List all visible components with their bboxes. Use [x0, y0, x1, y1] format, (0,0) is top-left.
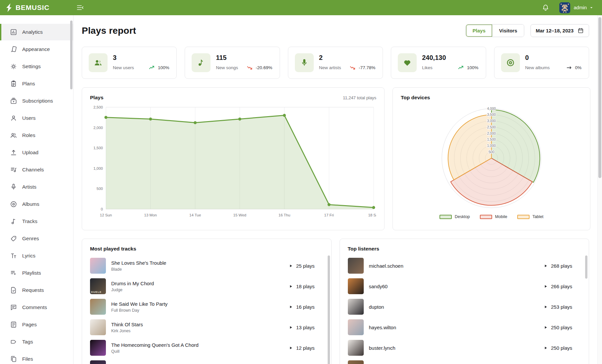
track-row[interactable]: She Loves She's Trouble Blade 25 plays [90, 258, 323, 274]
sidebar-item-genres[interactable]: Genres [0, 230, 73, 247]
sidebar-item-artists[interactable]: Artists [0, 179, 73, 195]
play-icon[interactable] [543, 305, 548, 309]
listener-row[interactable]: hayes.wilton 250 plays [348, 319, 581, 335]
brand[interactable]: BEMUSIC [0, 3, 72, 12]
svg-text:1,500: 1,500 [93, 146, 103, 150]
track-row[interactable]: DUELE Drums in My Chord Judge 18 plays [90, 278, 323, 294]
sidebar-item-roles[interactable]: Roles [0, 127, 73, 144]
legend-swatch [440, 215, 452, 219]
artists-icon [10, 183, 17, 191]
sidebar-item-label: Artists [22, 184, 36, 190]
listeners-scrollbar-thumb[interactable] [585, 255, 587, 279]
sidebar-item-label: Upload [22, 150, 38, 156]
sidebar-item-files[interactable]: Files [0, 351, 73, 364]
date-range-button[interactable]: Mar 12–18, 2023 [531, 24, 589, 37]
listener-avatar [348, 278, 364, 294]
album-art [90, 299, 106, 315]
trend-down-icon [247, 64, 254, 71]
avatar[interactable] [559, 2, 570, 13]
play-icon[interactable] [289, 305, 293, 309]
sidebar-item-settings[interactable]: Settings [0, 58, 73, 75]
bell-icon[interactable] [542, 4, 549, 12]
play-icon[interactable] [543, 346, 548, 350]
topbar: BEMUSIC admin [0, 0, 602, 15]
listener-plays: 250 plays [551, 325, 572, 330]
play-icon[interactable] [543, 325, 548, 330]
track-artist: Judge [111, 288, 154, 292]
track-row[interactable]: The Homecoming Queen's Got A Chord Quill… [90, 340, 323, 356]
tracks-scrollbar-thumb[interactable] [328, 255, 330, 364]
listener-row[interactable]: michael.schoen 268 plays [348, 258, 581, 274]
devices-card-header: Top devices [401, 95, 582, 101]
listener-row[interactable]: buster.lynch 250 plays [348, 340, 581, 356]
listener-avatar [348, 360, 364, 364]
microphone-icon [300, 58, 309, 67]
devices-polar-chart: 5001,0001,5002,0002,5003,0003,5004,000 [401, 101, 582, 214]
sidebar-item-label: Users [22, 115, 35, 121]
track-row-partial[interactable] [90, 360, 323, 364]
stat-tile [501, 53, 520, 72]
menu-collapse-icon[interactable] [76, 4, 84, 12]
stat-tile [89, 53, 108, 72]
listeners-card-title: Top listeners [348, 246, 379, 252]
play-icon[interactable] [543, 264, 548, 268]
sidebar-item-upload[interactable]: Upload [0, 144, 73, 161]
caret-down-icon[interactable] [589, 5, 594, 10]
listener-row-partial[interactable] [348, 360, 581, 364]
sidebar-item-label: Roles [22, 132, 35, 138]
tags-icon [10, 338, 17, 345]
plays-visitors-toggle: Plays Visitors [466, 24, 524, 37]
sidebar-item-users[interactable]: Users [0, 110, 73, 126]
track-row[interactable]: He Said We Like To Party Full Brown Day … [90, 299, 323, 315]
requests-icon [10, 287, 17, 294]
svg-text:1,000: 1,000 [487, 144, 496, 148]
stats-row: 3 New users 100% 115 New songs -20.69% [82, 47, 589, 79]
svg-text:2,500: 2,500 [487, 125, 496, 129]
sidebar-item-plans[interactable]: Plans [0, 75, 73, 92]
album-art: DUELE [90, 278, 106, 294]
main-content: Plays report Plays Visitors Mar 12–18, 2… [73, 15, 597, 364]
play-icon[interactable] [289, 264, 293, 268]
upload-icon [10, 149, 17, 156]
plays-card-header: Plays 11,247 total plays [90, 95, 376, 101]
page-title: Plays report [82, 25, 136, 36]
sidebar-item-channels[interactable]: Channels [0, 161, 73, 178]
sidebar-item-playlists[interactable]: Playlists [0, 265, 73, 281]
svg-text:15 Wed: 15 Wed [233, 213, 246, 217]
plans-icon [10, 80, 17, 87]
play-icon[interactable] [289, 325, 293, 330]
sidebar-item-tags[interactable]: Tags [0, 334, 73, 350]
toggle-visitors[interactable]: Visitors [492, 24, 524, 37]
sidebar-item-requests[interactable]: Requests [0, 282, 73, 298]
svg-text:14 Tue: 14 Tue [189, 213, 201, 217]
sidebar-item-comments[interactable]: Comments [0, 299, 73, 316]
stat-card-likes: 240,130 Likes 100% [391, 47, 486, 79]
listener-row[interactable]: sandy60 266 plays [348, 278, 581, 294]
page-scrollbar-thumb[interactable] [598, 17, 601, 178]
sidebar-item-tracks[interactable]: Tracks [0, 213, 73, 230]
username[interactable]: admin [574, 5, 587, 10]
sidebar-item-subscriptions[interactable]: Subscriptions [0, 93, 73, 109]
tracks-list: She Loves She's Trouble Blade 25 plays D… [90, 258, 323, 364]
sidebar-item-appearance[interactable]: Appearance [0, 41, 73, 58]
sidebar-item-label: Playlists [22, 270, 41, 276]
sidebar-item-pages[interactable]: Pages [0, 316, 73, 333]
listener-row[interactable]: dupton 253 plays [348, 299, 581, 315]
toggle-plays[interactable]: Plays [466, 24, 492, 37]
sidebar-item-albums[interactable]: Albums [0, 196, 73, 212]
sidebar-item-label: Albums [22, 201, 39, 207]
sidebar-item-analytics[interactable]: Analytics [0, 24, 73, 40]
sidebar-item-lyrics[interactable]: Lyrics [0, 248, 73, 264]
svg-text:2,500: 2,500 [93, 105, 103, 109]
sidebar-scrollbar-thumb[interactable] [70, 21, 72, 89]
legend-item-mobile[interactable]: Mobile [480, 214, 507, 219]
album-art [90, 258, 106, 274]
play-icon[interactable] [289, 346, 293, 350]
sidebar-item-label: Channels [22, 167, 44, 173]
legend-item-tablet[interactable]: Tablet [517, 214, 543, 219]
track-row[interactable]: Think Of Stars Kirk Jones 13 plays [90, 319, 323, 335]
play-icon[interactable] [543, 284, 548, 289]
plays-chart-card: Plays 11,247 total plays 2,5002,0001,500… [82, 87, 385, 230]
play-icon[interactable] [289, 284, 293, 289]
legend-item-desktop[interactable]: Desktop [440, 214, 470, 219]
